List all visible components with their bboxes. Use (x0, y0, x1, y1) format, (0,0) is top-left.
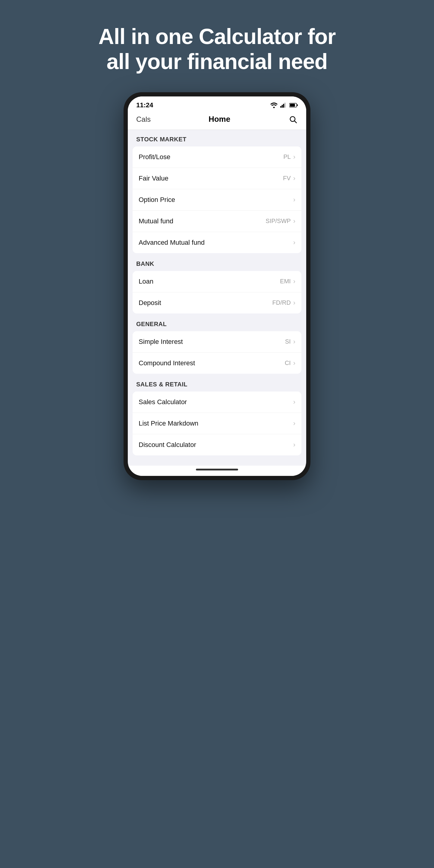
menu-item-bank-1[interactable]: DepositFD/RD› (133, 292, 301, 313)
svg-rect-6 (290, 104, 295, 106)
menu-item-badge-stock-market-1: FV (283, 175, 291, 182)
menu-item-badge-stock-market-3: SIP/SWP (266, 218, 290, 224)
menu-item-right-stock-market-0: PL› (283, 153, 296, 161)
menu-item-sales-retail-1[interactable]: List Price Markdown› (133, 413, 301, 434)
menu-item-sales-retail-0[interactable]: Sales Calculator› (133, 392, 301, 413)
section-header-stock-market: STOCK MARKET (128, 130, 306, 147)
section-card-general: Simple InterestSI›Compound InterestCI› (133, 331, 301, 374)
menu-item-right-sales-retail-2: › (293, 441, 296, 449)
app-bar-title: Home (209, 115, 230, 124)
section-header-bank: BANK (128, 254, 306, 271)
menu-item-stock-market-2[interactable]: Option Price› (133, 189, 301, 211)
menu-item-stock-market-4[interactable]: Advanced Mutual fund› (133, 232, 301, 253)
menu-item-general-0[interactable]: Simple InterestSI› (133, 331, 301, 352)
menu-item-sales-retail-2[interactable]: Discount Calculator› (133, 434, 301, 456)
menu-item-right-stock-market-4: › (293, 239, 296, 247)
section-card-stock-market: Profit/LosePL›Fair ValueFV›Option Price›… (133, 147, 301, 253)
search-button[interactable] (288, 115, 298, 124)
menu-item-right-sales-retail-0: › (293, 398, 296, 406)
svg-rect-0 (280, 106, 281, 107)
chevron-icon-bank-0: › (293, 278, 296, 285)
phone-screen: 11:24 (128, 96, 306, 476)
menu-item-bank-0[interactable]: LoanEMI› (133, 271, 301, 292)
app-bar: Cals Home (128, 112, 306, 130)
menu-item-badge-general-1: CI (285, 360, 291, 367)
menu-item-stock-market-1[interactable]: Fair ValueFV› (133, 168, 301, 189)
svg-rect-5 (297, 104, 298, 106)
section-header-sales-retail: SALES & RETAIL (128, 375, 306, 392)
section-card-bank: LoanEMI›DepositFD/RD› (133, 271, 301, 313)
menu-item-right-stock-market-3: SIP/SWP› (266, 217, 296, 225)
svg-rect-2 (283, 104, 284, 107)
chevron-icon-stock-market-4: › (293, 239, 296, 247)
main-content: STOCK MARKETProfit/LosePL›Fair ValueFV›O… (128, 130, 306, 466)
status-icons (270, 102, 298, 108)
menu-item-label-stock-market-0: Profit/Lose (138, 153, 170, 161)
chevron-icon-general-0: › (293, 338, 296, 346)
menu-item-right-general-1: CI› (285, 359, 296, 367)
menu-item-label-sales-retail-1: List Price Markdown (138, 420, 198, 427)
menu-item-right-stock-market-1: FV› (283, 175, 296, 182)
status-time: 11:24 (136, 101, 153, 109)
chevron-icon-bank-1: › (293, 299, 296, 307)
menu-item-badge-bank-1: FD/RD (273, 299, 291, 306)
phone-frame: 11:24 (124, 92, 310, 480)
menu-item-right-bank-1: FD/RD› (273, 299, 296, 307)
menu-item-badge-stock-market-0: PL (283, 153, 290, 160)
menu-item-label-stock-market-4: Advanced Mutual fund (138, 239, 205, 247)
section-card-sales-retail: Sales Calculator›List Price Markdown›Dis… (133, 392, 301, 456)
menu-item-right-sales-retail-1: › (293, 420, 296, 427)
menu-item-stock-market-0[interactable]: Profit/LosePL› (133, 147, 301, 168)
menu-item-stock-market-3[interactable]: Mutual fundSIP/SWP› (133, 211, 301, 232)
menu-item-badge-general-0: SI (285, 338, 291, 345)
menu-item-label-stock-market-1: Fair Value (138, 175, 168, 182)
menu-item-label-bank-0: Loan (138, 278, 153, 285)
chevron-icon-stock-market-0: › (293, 153, 296, 161)
menu-item-right-bank-0: EMI› (280, 278, 296, 285)
signal-icon (280, 102, 287, 108)
svg-rect-1 (282, 105, 283, 107)
menu-item-label-general-1: Compound Interest (138, 359, 195, 367)
menu-item-right-general-0: SI› (285, 338, 296, 346)
wifi-icon (270, 102, 278, 108)
menu-item-label-general-0: Simple Interest (138, 338, 183, 346)
section-header-general: GENERAL (128, 315, 306, 331)
menu-item-label-sales-retail-0: Sales Calculator (138, 398, 187, 406)
home-indicator (128, 466, 306, 476)
menu-item-label-bank-1: Deposit (138, 299, 161, 307)
chevron-icon-stock-market-3: › (293, 217, 296, 225)
battery-icon (289, 103, 298, 107)
menu-item-general-1[interactable]: Compound InterestCI› (133, 352, 301, 374)
chevron-icon-stock-market-2: › (293, 196, 296, 204)
chevron-icon-sales-retail-0: › (293, 398, 296, 406)
app-bar-left-label: Cals (136, 115, 151, 124)
menu-item-label-sales-retail-2: Discount Calculator (138, 441, 196, 449)
chevron-icon-stock-market-1: › (293, 175, 296, 182)
chevron-icon-sales-retail-2: › (293, 441, 296, 449)
home-indicator-bar (196, 469, 238, 470)
svg-rect-3 (284, 102, 286, 107)
chevron-icon-sales-retail-1: › (293, 420, 296, 427)
menu-item-badge-bank-0: EMI (280, 278, 291, 285)
chevron-icon-general-1: › (293, 359, 296, 367)
hero-title: All in one Calculator for all your finan… (62, 0, 372, 92)
status-bar: 11:24 (128, 96, 306, 112)
menu-item-label-stock-market-2: Option Price (138, 196, 175, 204)
menu-item-label-stock-market-3: Mutual fund (138, 217, 173, 225)
menu-item-right-stock-market-2: › (293, 196, 296, 204)
svg-line-8 (294, 121, 296, 123)
